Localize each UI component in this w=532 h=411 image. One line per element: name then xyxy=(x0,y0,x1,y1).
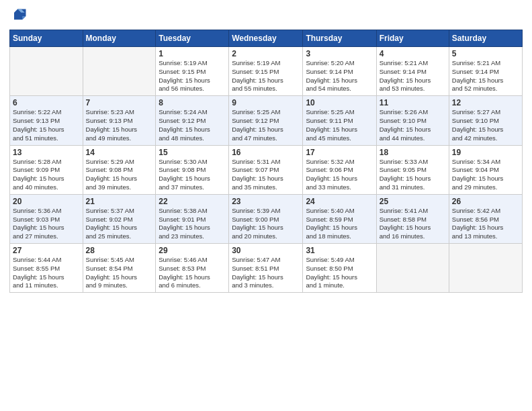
calendar-day-23: 23Sunrise: 5:39 AM Sunset: 9:00 PM Dayli… xyxy=(229,194,303,243)
calendar-day-30: 30Sunrise: 5:47 AM Sunset: 8:51 PM Dayli… xyxy=(229,244,303,293)
calendar-week-row: 6Sunrise: 5:22 AM Sunset: 9:13 PM Daylig… xyxy=(10,96,523,145)
day-number: 31 xyxy=(306,246,373,255)
day-info: Sunrise: 5:28 AM Sunset: 9:09 PM Dayligh… xyxy=(13,158,80,192)
day-info: Sunrise: 5:45 AM Sunset: 8:54 PM Dayligh… xyxy=(86,256,153,290)
weekday-header-saturday: Saturday xyxy=(449,30,522,47)
day-info: Sunrise: 5:49 AM Sunset: 8:50 PM Dayligh… xyxy=(306,256,373,290)
day-number: 4 xyxy=(380,49,446,58)
calendar-week-row: 27Sunrise: 5:44 AM Sunset: 8:55 PM Dayli… xyxy=(10,244,523,293)
day-info: Sunrise: 5:39 AM Sunset: 9:00 PM Dayligh… xyxy=(232,207,300,241)
day-info: Sunrise: 5:31 AM Sunset: 9:07 PM Dayligh… xyxy=(232,158,300,192)
calendar-day-26: 26Sunrise: 5:42 AM Sunset: 8:56 PM Dayli… xyxy=(449,194,522,243)
day-info: Sunrise: 5:36 AM Sunset: 9:03 PM Dayligh… xyxy=(13,207,80,241)
logo-icon xyxy=(9,7,28,26)
calendar-day-22: 22Sunrise: 5:38 AM Sunset: 9:01 PM Dayli… xyxy=(156,194,229,243)
calendar-day-5: 5Sunrise: 5:21 AM Sunset: 9:14 PM Daylig… xyxy=(449,47,522,96)
day-number: 29 xyxy=(159,246,226,255)
day-number: 8 xyxy=(159,98,226,107)
calendar-day-17: 17Sunrise: 5:32 AM Sunset: 9:06 PM Dayli… xyxy=(303,145,376,194)
weekday-header-sunday: Sunday xyxy=(10,30,83,47)
day-info: Sunrise: 5:19 AM Sunset: 9:15 PM Dayligh… xyxy=(159,59,226,93)
calendar-table: SundayMondayTuesdayWednesdayThursdayFrid… xyxy=(9,30,523,293)
calendar-day-1: 1Sunrise: 5:19 AM Sunset: 9:15 PM Daylig… xyxy=(156,47,229,96)
calendar-day-18: 18Sunrise: 5:33 AM Sunset: 9:05 PM Dayli… xyxy=(376,145,449,194)
calendar-day-4: 4Sunrise: 5:21 AM Sunset: 9:14 PM Daylig… xyxy=(376,47,449,96)
day-number: 22 xyxy=(159,197,226,206)
day-info: Sunrise: 5:26 AM Sunset: 9:10 PM Dayligh… xyxy=(380,108,446,142)
calendar-empty-cell xyxy=(376,244,449,293)
calendar-empty-cell xyxy=(83,47,156,96)
calendar-day-27: 27Sunrise: 5:44 AM Sunset: 8:55 PM Dayli… xyxy=(10,244,83,293)
calendar-empty-cell xyxy=(10,47,83,96)
day-number: 9 xyxy=(232,98,300,107)
day-info: Sunrise: 5:21 AM Sunset: 9:14 PM Dayligh… xyxy=(452,59,519,93)
day-number: 26 xyxy=(452,197,519,206)
weekday-header-thursday: Thursday xyxy=(303,30,376,47)
day-info: Sunrise: 5:25 AM Sunset: 9:12 PM Dayligh… xyxy=(232,108,300,142)
calendar-day-3: 3Sunrise: 5:20 AM Sunset: 9:14 PM Daylig… xyxy=(303,47,376,96)
day-info: Sunrise: 5:33 AM Sunset: 9:05 PM Dayligh… xyxy=(380,158,446,192)
calendar-week-row: 1Sunrise: 5:19 AM Sunset: 9:15 PM Daylig… xyxy=(10,47,523,96)
calendar-day-14: 14Sunrise: 5:29 AM Sunset: 9:08 PM Dayli… xyxy=(83,145,156,194)
day-info: Sunrise: 5:46 AM Sunset: 8:53 PM Dayligh… xyxy=(159,256,226,290)
day-number: 6 xyxy=(13,98,80,107)
day-number: 14 xyxy=(86,148,153,157)
day-number: 19 xyxy=(452,148,519,157)
day-number: 1 xyxy=(159,49,226,58)
day-number: 10 xyxy=(306,98,373,107)
day-info: Sunrise: 5:32 AM Sunset: 9:06 PM Dayligh… xyxy=(306,158,373,192)
day-number: 27 xyxy=(13,246,80,255)
day-number: 3 xyxy=(306,49,373,58)
calendar-day-19: 19Sunrise: 5:34 AM Sunset: 9:04 PM Dayli… xyxy=(449,145,522,194)
calendar-day-13: 13Sunrise: 5:28 AM Sunset: 9:09 PM Dayli… xyxy=(10,145,83,194)
calendar-day-15: 15Sunrise: 5:30 AM Sunset: 9:08 PM Dayli… xyxy=(156,145,229,194)
day-number: 28 xyxy=(86,246,153,255)
day-number: 7 xyxy=(86,98,153,107)
calendar-day-20: 20Sunrise: 5:36 AM Sunset: 9:03 PM Dayli… xyxy=(10,194,83,243)
day-info: Sunrise: 5:37 AM Sunset: 9:02 PM Dayligh… xyxy=(86,207,153,241)
day-number: 21 xyxy=(86,197,153,206)
day-info: Sunrise: 5:34 AM Sunset: 9:04 PM Dayligh… xyxy=(452,158,519,192)
day-number: 25 xyxy=(380,197,446,206)
day-info: Sunrise: 5:40 AM Sunset: 8:59 PM Dayligh… xyxy=(306,207,373,241)
day-info: Sunrise: 5:27 AM Sunset: 9:10 PM Dayligh… xyxy=(452,108,519,142)
day-info: Sunrise: 5:41 AM Sunset: 8:58 PM Dayligh… xyxy=(380,207,446,241)
calendar-day-28: 28Sunrise: 5:45 AM Sunset: 8:54 PM Dayli… xyxy=(83,244,156,293)
day-info: Sunrise: 5:42 AM Sunset: 8:56 PM Dayligh… xyxy=(452,207,519,241)
day-number: 18 xyxy=(380,148,446,157)
weekday-header-row: SundayMondayTuesdayWednesdayThursdayFrid… xyxy=(10,30,523,47)
calendar-day-8: 8Sunrise: 5:24 AM Sunset: 9:12 PM Daylig… xyxy=(156,96,229,145)
day-number: 23 xyxy=(232,197,300,206)
calendar-day-11: 11Sunrise: 5:26 AM Sunset: 9:10 PM Dayli… xyxy=(376,96,449,145)
logo xyxy=(9,7,31,26)
day-info: Sunrise: 5:47 AM Sunset: 8:51 PM Dayligh… xyxy=(232,256,300,290)
calendar-day-12: 12Sunrise: 5:27 AM Sunset: 9:10 PM Dayli… xyxy=(449,96,522,145)
day-number: 24 xyxy=(306,197,373,206)
day-info: Sunrise: 5:20 AM Sunset: 9:14 PM Dayligh… xyxy=(306,59,373,93)
day-info: Sunrise: 5:44 AM Sunset: 8:55 PM Dayligh… xyxy=(13,256,80,290)
day-info: Sunrise: 5:30 AM Sunset: 9:08 PM Dayligh… xyxy=(159,158,226,192)
calendar-day-6: 6Sunrise: 5:22 AM Sunset: 9:13 PM Daylig… xyxy=(10,96,83,145)
calendar-day-24: 24Sunrise: 5:40 AM Sunset: 8:59 PM Dayli… xyxy=(303,194,376,243)
calendar-day-21: 21Sunrise: 5:37 AM Sunset: 9:02 PM Dayli… xyxy=(83,194,156,243)
calendar-day-7: 7Sunrise: 5:23 AM Sunset: 9:13 PM Daylig… xyxy=(83,96,156,145)
day-number: 30 xyxy=(232,246,300,255)
weekday-header-monday: Monday xyxy=(83,30,156,47)
day-info: Sunrise: 5:38 AM Sunset: 9:01 PM Dayligh… xyxy=(159,207,226,241)
day-number: 12 xyxy=(452,98,519,107)
day-number: 13 xyxy=(13,148,80,157)
calendar-day-29: 29Sunrise: 5:46 AM Sunset: 8:53 PM Dayli… xyxy=(156,244,229,293)
day-info: Sunrise: 5:29 AM Sunset: 9:08 PM Dayligh… xyxy=(86,158,153,192)
calendar-empty-cell xyxy=(449,244,522,293)
weekday-header-wednesday: Wednesday xyxy=(229,30,303,47)
calendar-day-25: 25Sunrise: 5:41 AM Sunset: 8:58 PM Dayli… xyxy=(376,194,449,243)
calendar-day-31: 31Sunrise: 5:49 AM Sunset: 8:50 PM Dayli… xyxy=(303,244,376,293)
day-number: 2 xyxy=(232,49,300,58)
day-info: Sunrise: 5:21 AM Sunset: 9:14 PM Dayligh… xyxy=(380,59,446,93)
day-number: 11 xyxy=(380,98,446,107)
day-info: Sunrise: 5:24 AM Sunset: 9:12 PM Dayligh… xyxy=(159,108,226,142)
page: SundayMondayTuesdayWednesdayThursdayFrid… xyxy=(0,0,532,411)
day-info: Sunrise: 5:22 AM Sunset: 9:13 PM Dayligh… xyxy=(13,108,80,142)
calendar-week-row: 20Sunrise: 5:36 AM Sunset: 9:03 PM Dayli… xyxy=(10,194,523,243)
calendar-day-10: 10Sunrise: 5:25 AM Sunset: 9:11 PM Dayli… xyxy=(303,96,376,145)
